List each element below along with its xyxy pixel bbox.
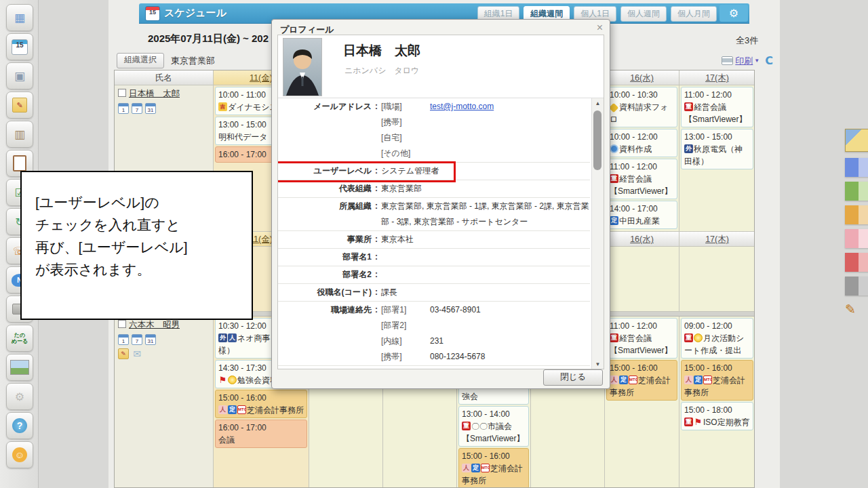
field-label [278,130,372,146]
field-group: 職場連絡先:[部署1]03-4567-8901[部署2][内線]231[携帯]0… [278,302,590,366]
juu-icon: 重 [610,174,618,183]
field-row: 部署名1: [278,249,590,265]
juu-icon: 重 [684,418,693,426]
stamp-icon: 人 [462,464,471,472]
user-checkbox[interactable] [118,89,126,97]
user-checkbox[interactable] [118,320,126,328]
sidebar-item-schedule-icon[interactable]: 15 [6,33,33,60]
sidebar-item-travel-icon[interactable] [6,354,33,381]
mtg-icon: MTG [237,405,246,414]
tei-icon: 定 [694,375,703,384]
user-name-link[interactable]: 日本橋 太郎 [129,89,180,98]
sidebar-item-memo-icon[interactable]: ✎ [6,92,33,119]
field-row: [内線]231 [278,333,590,349]
schedule-calendar-icon: 15 [145,6,160,21]
day-header-link[interactable]: 16(水) [630,73,654,83]
profile-kana: ニホンバシ タロウ [344,65,419,77]
scroll-thumb[interactable] [593,110,601,170]
day-header-link[interactable]: 17(木) [705,235,729,244]
label-red-icon[interactable] [845,253,868,272]
edit-pencil-icon[interactable]: ✎ [845,302,868,317]
event-time: 13:00 - 14:00 [462,408,526,420]
total-count: 全3件 [736,35,758,47]
event[interactable]: 15:00 - 18:00重⚑ISO定期教育 [681,402,753,430]
mini-calendar-31-icon[interactable]: 31 [145,103,156,114]
scroll-up-icon[interactable]: ▲ [592,98,604,108]
gai-icon: 外 [684,144,693,153]
field-label: 所属組織 [278,199,372,230]
note-icon[interactable] [845,129,868,152]
mini-calendar-1-icon[interactable]: 1 [118,103,129,114]
sidebar-item-portal-icon[interactable]: ▦ [6,4,33,31]
scrollbar[interactable]: ▲ ▼ [591,98,604,369]
mini-calendar-31-icon[interactable]: 31 [145,334,156,345]
print-caret-icon[interactable]: ▼ [754,58,760,64]
event-title: 人定MTG芝浦会計事務所 [462,462,526,487]
day-header-link[interactable]: 11(金) [250,235,273,244]
label-blue-icon[interactable] [845,158,868,177]
juu-icon: 重 [462,422,471,430]
sidebar-item-support-icon[interactable]: ☺ [6,441,33,468]
tab-個人週間[interactable]: 個人週間 [620,6,667,22]
event[interactable]: 15:00 - 16:00人定MTG芝浦会計事務所 [215,390,307,418]
sidebar-item-tanomail-icon[interactable]: たのめーる [6,325,33,352]
mini-calendar-1-icon[interactable]: 1 [118,334,129,345]
label-gray-icon[interactable] [845,277,868,296]
day-header-link[interactable]: 17(木) [705,73,729,83]
user-name-link[interactable]: 六本木 昭男 [129,320,180,329]
field-value: 03-4567-8901 [430,302,481,318]
close-button[interactable]: 閉じる [543,369,603,386]
field-label [278,115,372,130]
event[interactable]: 14:00 - 17:00定中田丸産業 [606,201,677,229]
field-group: 部署名1: [278,249,590,266]
mini-calendar-7-icon[interactable]: 7 [132,103,142,114]
event[interactable]: 15:00 - 16:00人定MTG芝浦会計事務所 [681,360,753,401]
day-header-link[interactable]: 11(金) [250,73,273,83]
annotation-box: [ユーザーレベル]のチェックを入れ直すと再び、[ユーザーレベル]が表示されます。 [20,171,253,320]
print-button[interactable]: 印刷 [735,55,753,67]
close-icon[interactable]: × [597,22,603,34]
flag-icon: ⚑ [218,375,227,384]
event[interactable]: 11:00 - 12:00重経営会議【SmartViewer】 [606,159,677,199]
event[interactable]: 16:00 - 17:00会議 [215,420,307,448]
event[interactable]: 13:00 - 15:00外秋原電気（神田様） [681,129,753,169]
sidebar-item-cabinet-icon[interactable]: ▥ [6,121,33,148]
tab-個人月間[interactable]: 個人月間 [671,6,717,22]
sidebar-item-settings-icon[interactable]: ⚙ [6,383,33,410]
event-time: 15:00 - 16:00 [610,362,674,374]
field-group: ユーザーレベル:システム管理者 [278,163,590,180]
note-icon[interactable]: ✎ [118,348,129,359]
label-green-icon[interactable] [845,182,868,201]
org-select-button[interactable]: 組織選択 [117,53,164,68]
field-value: 東京本社 [381,232,414,247]
refresh-icon[interactable]: C [765,54,773,67]
event[interactable]: 13:00 - 14:00重〇〇市議会【SmartViewer】 [458,406,529,447]
field-value[interactable]: test@j-motto.com [430,99,494,115]
field-row: 役職名(コード):課長 [278,285,590,300]
label-pink-icon[interactable] [845,229,868,248]
field-row: 代表組織:東京営業部 [278,181,590,197]
scroll-down-icon[interactable]: ▼ [592,359,604,369]
flag-icon: ⚑ [694,418,703,426]
gear-icon[interactable]: ⚙ [719,5,748,22]
stamp-icon: 人 [684,375,693,384]
sidebar-item-help-icon[interactable]: ? [6,412,33,439]
event[interactable]: 11:00 - 12:00重経営会議【SmartViewer】 [681,87,753,127]
calendar-badges: 1731 [118,103,210,114]
event[interactable]: 10:00 - 12:00資料作成 [606,129,677,157]
event[interactable]: 09:00 - 12:00重月次活動シート作成・提出 [681,318,753,359]
event[interactable]: 11:00 - 12:00重経営会議【SmartViewer】 [606,318,677,359]
printer-icon [722,56,733,65]
event-time: 16:00 - 17:00 [218,422,304,434]
day-header-link[interactable]: 16(水) [630,235,654,244]
mini-calendar-7-icon[interactable]: 7 [132,334,142,345]
field-label: 部署名2 [278,267,372,283]
mail-icon[interactable]: ✉ [132,348,142,359]
event-title: 外秋原電気（神田様） [684,143,750,167]
profile-fields: メールアドレス:[職場]test@j-motto.com[携帯][自宅][その他… [278,98,590,366]
event[interactable]: 15:00 - 16:00人定MTG芝浦会計事務所 [606,360,677,401]
label-orange-icon[interactable] [845,205,868,224]
event[interactable]: 15:00 - 16:00人定MTG芝浦会計事務所 [458,448,529,488]
event[interactable]: 10:00 - 10:30資料請求フォロ [606,87,677,127]
sidebar-item-presentation-icon[interactable]: ▣ [6,62,33,89]
